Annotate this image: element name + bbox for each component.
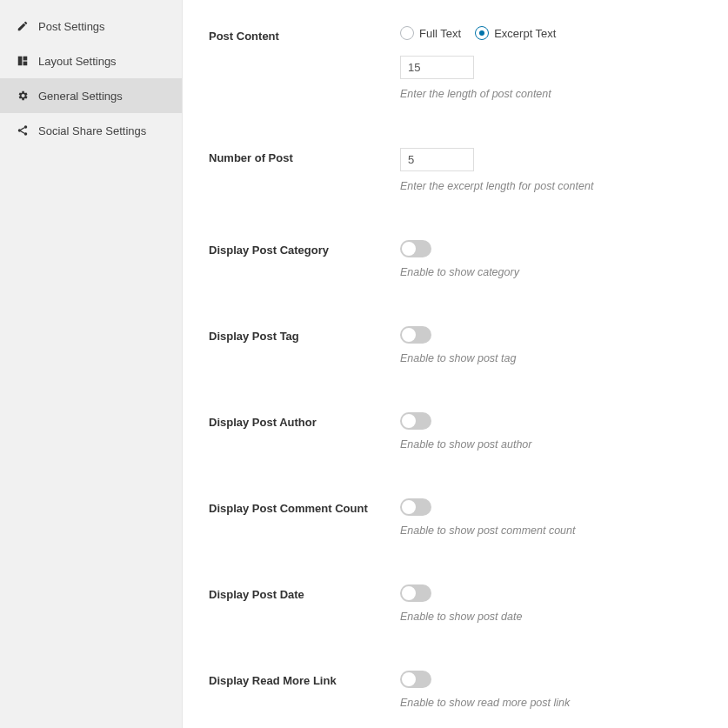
field-control: Enter the excerpt length for post conten… — [400, 148, 693, 192]
field-label: Number of Post — [209, 148, 400, 192]
gear-icon — [16, 89, 30, 103]
help-text: Enable to show post date — [400, 611, 693, 623]
field-label: Display Post Tag — [209, 326, 400, 364]
display-tag-toggle[interactable] — [400, 326, 431, 344]
display-category-toggle[interactable] — [400, 240, 431, 257]
help-text: Enable to show post author — [400, 438, 693, 451]
field-display-post-author: Display Post Author Enable to show post … — [209, 412, 693, 451]
sidebar-item-general-settings[interactable]: General Settings — [0, 78, 182, 113]
field-control: Enable to show post date — [400, 584, 693, 623]
field-label: Display Post Category — [209, 240, 400, 278]
sidebar-item-layout-settings[interactable]: Layout Settings — [0, 43, 182, 78]
main-panel: Post Content Full Text Excerpt Text Ente… — [183, 0, 728, 728]
radio-icon — [475, 26, 489, 40]
sidebar: Post Settings Layout Settings General Se… — [0, 0, 183, 728]
help-text: Enter the excerpt length for post conten… — [400, 180, 693, 192]
svg-rect-0 — [18, 57, 23, 66]
field-control: Enable to show post tag — [400, 326, 693, 364]
svg-point-3 — [24, 125, 28, 129]
share-icon — [16, 124, 30, 137]
display-date-toggle[interactable] — [400, 584, 431, 602]
svg-rect-2 — [23, 62, 28, 66]
field-post-content: Post Content Full Text Excerpt Text Ente… — [209, 26, 693, 100]
post-content-length-input[interactable] — [400, 56, 474, 79]
field-label: Display Post Date — [209, 584, 400, 623]
help-text: Enable to show post comment count — [400, 524, 693, 537]
sidebar-item-label: Social Share Settings — [38, 124, 146, 137]
sidebar-item-label: General Settings — [38, 90, 123, 103]
display-read-more-toggle[interactable] — [400, 671, 431, 688]
sidebar-item-social-share-settings[interactable]: Social Share Settings — [0, 113, 182, 148]
help-text: Enter the length of post content — [400, 88, 693, 100]
field-control: Enable to show post comment count — [400, 498, 693, 537]
sidebar-item-post-settings[interactable]: Post Settings — [0, 9, 182, 43]
field-label: Display Post Author — [209, 412, 400, 451]
sidebar-item-label: Post Settings — [38, 20, 105, 33]
edit-icon — [16, 19, 30, 33]
field-label: Display Post Comment Count — [209, 498, 400, 537]
radio-option-excerpt-text[interactable]: Excerpt Text — [475, 26, 556, 40]
field-display-read-more-link: Display Read More Link Enable to show re… — [209, 671, 693, 709]
field-control: Enable to show post author — [400, 412, 693, 451]
field-display-post-comment-count: Display Post Comment Count Enable to sho… — [209, 498, 693, 537]
help-text: Enable to show read more post link — [400, 697, 693, 709]
post-content-radio-group: Full Text Excerpt Text — [400, 26, 693, 40]
svg-rect-1 — [23, 57, 28, 61]
radio-label: Excerpt Text — [494, 27, 556, 40]
field-label: Post Content — [209, 26, 400, 100]
field-number-of-post: Number of Post Enter the excerpt length … — [209, 148, 693, 192]
layout-icon — [16, 54, 30, 68]
display-comment-count-toggle[interactable] — [400, 498, 431, 516]
settings-container: Post Settings Layout Settings General Se… — [0, 0, 728, 728]
number-of-post-input[interactable] — [400, 148, 474, 171]
svg-point-4 — [18, 129, 22, 132]
help-text: Enable to show post tag — [400, 352, 693, 364]
radio-label: Full Text — [419, 27, 461, 40]
field-display-post-date: Display Post Date Enable to show post da… — [209, 584, 693, 623]
display-author-toggle[interactable] — [400, 412, 431, 430]
radio-option-full-text[interactable]: Full Text — [400, 26, 461, 40]
sidebar-item-label: Layout Settings — [38, 55, 117, 68]
field-display-post-category: Display Post Category Enable to show cat… — [209, 240, 693, 278]
help-text: Enable to show category — [400, 266, 693, 278]
field-display-post-tag: Display Post Tag Enable to show post tag — [209, 326, 693, 364]
field-label: Display Read More Link — [209, 671, 400, 709]
field-control: Full Text Excerpt Text Enter the length … — [400, 26, 693, 100]
field-control: Enable to show read more post link — [400, 671, 693, 709]
field-control: Enable to show category — [400, 240, 693, 278]
radio-icon — [400, 26, 414, 40]
svg-point-5 — [24, 132, 28, 136]
